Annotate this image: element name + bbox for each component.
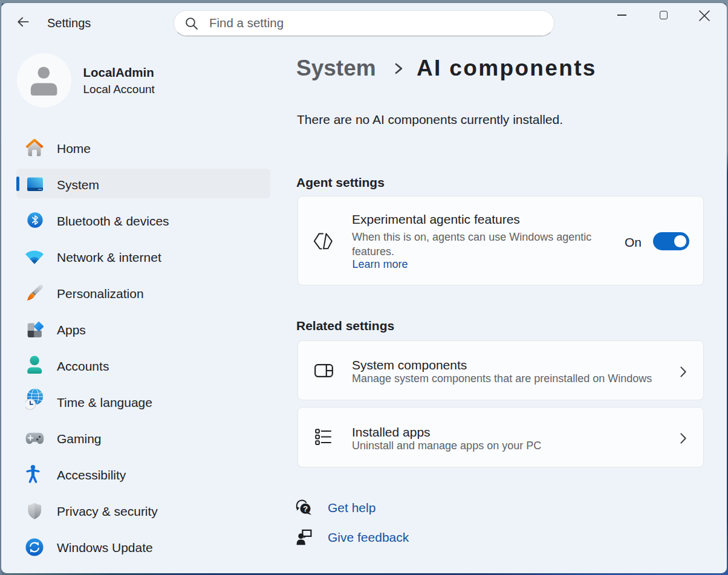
svg-text:?: ? bbox=[303, 504, 308, 513]
